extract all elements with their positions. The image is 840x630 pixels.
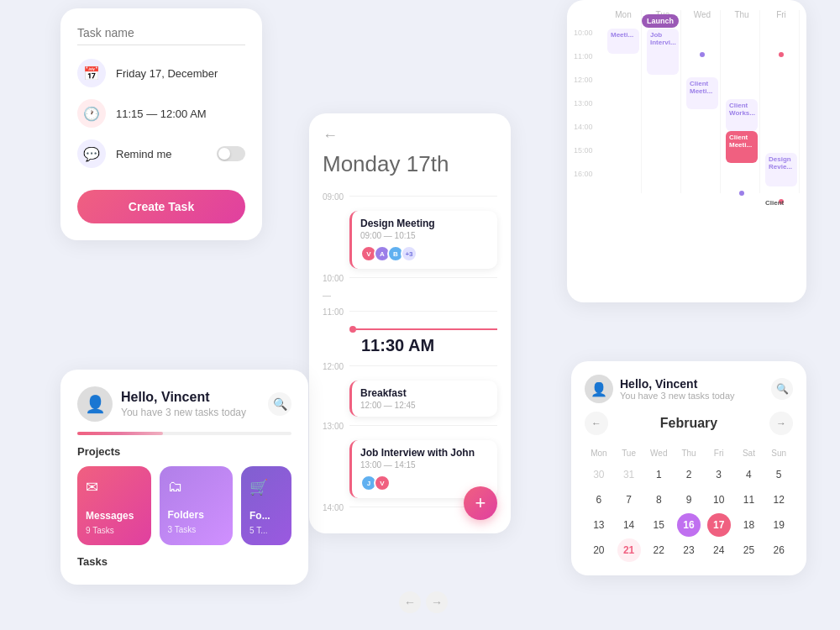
cal-day-31-prev[interactable]: 31	[617, 463, 641, 486]
time-10: 10:00	[574, 29, 602, 52]
time-14-label: 14:00	[323, 501, 349, 512]
cal-day-16-selected[interactable]: 16	[677, 513, 701, 537]
bottom-fwd-btn[interactable]: →	[426, 591, 448, 613]
avatar-count: +3	[401, 245, 417, 262]
cal-header-mon: Mon	[585, 445, 613, 461]
cal-day-6[interactable]: 6	[587, 488, 611, 512]
event-design-meeting[interactable]: Design Meeting 09:00 — 10:15 V A B +3	[349, 211, 497, 269]
cal-prev-btn[interactable]: ←	[585, 412, 608, 435]
calendar-search-button[interactable]: 🔍	[771, 378, 793, 400]
calendar-hello-sub: You have 3 new tasks today	[620, 391, 735, 401]
time-9-label: 09:00	[323, 191, 349, 202]
progress-bar-container	[77, 432, 291, 435]
cal-day-26[interactable]: 26	[767, 538, 790, 562]
event-meeti[interactable]: Meeti...	[607, 29, 639, 54]
project-card-third[interactable]: 🛒 Fo... 5 T...	[241, 466, 291, 545]
project-card-folders[interactable]: 🗂 Folders 3 Tasks	[160, 466, 234, 545]
cal-header-thu: Thu	[675, 445, 703, 461]
launch-label: Launch	[642, 14, 679, 28]
timeline: 09:00 Design Meeting 09:00 — 10:15 V A B…	[323, 191, 497, 518]
bottom-back-btn[interactable]: ←	[399, 591, 421, 613]
weekly-view-panel: 10:00 11:00 12:00 13:00 14:00 15:00 16:0…	[567, 0, 806, 302]
cal-next-btn[interactable]: →	[769, 412, 793, 435]
cal-day-14[interactable]: 14	[617, 513, 641, 537]
cal-day-9[interactable]: 9	[677, 488, 701, 512]
event-client-meeti[interactable]: Client Meeti...	[686, 77, 718, 109]
cal-day-12[interactable]: 12	[767, 488, 790, 512]
cal-header-wed: Wed	[644, 445, 673, 461]
tasks-label: Tasks	[77, 555, 291, 568]
cal-day-22[interactable]: 22	[647, 538, 670, 562]
cal-day-13[interactable]: 13	[587, 513, 611, 537]
week-col-tue: Tue Job Intervi... Launch	[645, 10, 681, 193]
time-13: 13:00	[574, 99, 602, 123]
cal-day-17-today[interactable]: 17	[707, 513, 731, 537]
day-name: Monday	[323, 151, 401, 176]
cal-day-23[interactable]: 23	[677, 538, 701, 562]
time-slot-13: 13:00	[323, 420, 497, 437]
cal-day-20[interactable]: 20	[587, 538, 611, 562]
event-design-meeting-title: Design Meeting	[360, 218, 489, 229]
current-time-hr	[356, 328, 497, 330]
calendar-profile-text: Hello, Vincent You have 3 new tasks toda…	[620, 377, 735, 401]
event-client-works[interactable]: Client Works...	[726, 99, 758, 131]
time-12: 12:00	[574, 76, 602, 99]
cal-day-19[interactable]: 19	[767, 513, 790, 537]
messages-title: Messages	[86, 510, 143, 522]
dot-fri-11	[779, 52, 784, 57]
search-button[interactable]: 🔍	[268, 392, 291, 416]
calendar-avatar: 👤	[585, 375, 613, 403]
third-icon: 🛒	[249, 478, 283, 496]
day-title: Monday 17th	[323, 151, 497, 177]
event-breakfast[interactable]: Breakfast 12:00 — 12:45	[349, 381, 497, 417]
create-task-button[interactable]: Create Task	[77, 190, 245, 223]
task-name-input[interactable]	[77, 26, 245, 45]
cal-day-30-prev[interactable]: 30	[587, 463, 611, 486]
event-design-revie[interactable]: Design Revie...	[765, 153, 797, 186]
time-line-9	[349, 196, 497, 197]
event-client-meeti-red[interactable]: Client Meeti...	[726, 131, 758, 163]
time-axis: 10:00 11:00 12:00 13:00 14:00 15:00 16:0…	[574, 10, 602, 193]
cal-day-1[interactable]: 1	[647, 463, 670, 486]
time-13-label: 13:00	[323, 420, 349, 431]
calendar-profile-info: 👤 Hello, Vincent You have 3 new tasks to…	[585, 375, 735, 403]
time-slot-11: 11:00	[323, 306, 497, 323]
current-time-label: 11:30 AM	[361, 336, 434, 354]
event-job-intervi[interactable]: Job Intervi...	[647, 29, 679, 75]
cal-day-11[interactable]: 11	[737, 488, 760, 512]
date-row: 📅 Friday 17, December	[77, 59, 245, 87]
week-header-thu: Thu	[724, 10, 759, 29]
cal-day-21[interactable]: 21	[617, 538, 641, 562]
cal-day-3[interactable]: 3	[707, 463, 731, 486]
week-col-thu: Thu Client Works... Client Meeti...	[724, 10, 760, 193]
time-slot-12: 12:00	[323, 360, 497, 377]
time-line-10	[349, 277, 497, 278]
cal-day-7[interactable]: 7	[617, 488, 641, 512]
dot-thu	[739, 191, 744, 196]
back-button[interactable]: ←	[323, 127, 497, 144]
remind-toggle[interactable]	[217, 146, 245, 161]
project-card-messages[interactable]: ✉ Messages 9 Tasks	[77, 466, 151, 545]
cal-day-18[interactable]: 18	[737, 513, 760, 537]
cal-day-15[interactable]: 15	[647, 513, 670, 537]
calendar-hello-name: Hello, Vincent	[620, 377, 735, 391]
cal-header-sat: Sat	[735, 445, 764, 461]
cal-day-25[interactable]: 25	[737, 538, 760, 562]
cal-header-tue: Tue	[615, 445, 643, 461]
folders-icon: 🗂	[168, 478, 225, 496]
time-12-label: 12:00	[323, 360, 349, 371]
time-14: 14:00	[574, 123, 602, 146]
cal-day-10[interactable]: 10	[707, 488, 731, 512]
cal-month-label: February	[660, 416, 717, 431]
dot-wed-11	[700, 52, 705, 57]
event-job-interview-time: 13:00 — 14:15	[360, 460, 489, 470]
time-16: 16:00	[574, 170, 602, 193]
cal-day-8[interactable]: 8	[647, 488, 670, 512]
time-15: 15:00	[574, 146, 602, 170]
cal-day-5[interactable]: 5	[767, 463, 790, 486]
cal-day-24[interactable]: 24	[707, 538, 731, 562]
cal-day-4[interactable]: 4	[737, 463, 760, 486]
profile-row: 👤 Hello, Vincent You have 3 new tasks to…	[77, 386, 291, 422]
cal-day-2[interactable]: 2	[677, 463, 701, 486]
add-event-fab[interactable]: +	[464, 486, 497, 520]
